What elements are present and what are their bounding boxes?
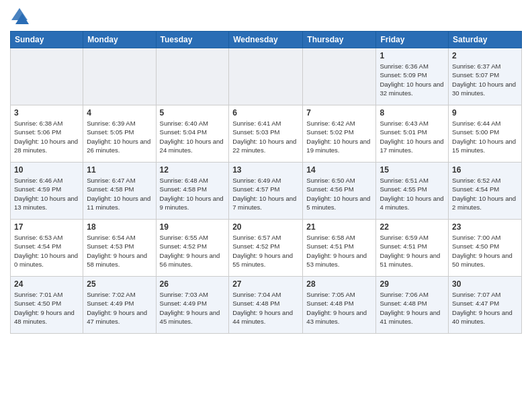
day-info: Sunrise: 7:07 AM Sunset: 4:47 PM Dayligh… xyxy=(452,290,518,326)
weekday-header-saturday: Saturday xyxy=(449,32,522,48)
calendar-day-cell: 9Sunrise: 6:44 AM Sunset: 5:00 PM Daylig… xyxy=(449,105,522,163)
calendar-day-cell: 17Sunrise: 6:53 AM Sunset: 4:54 PM Dayli… xyxy=(11,220,83,277)
day-number: 22 xyxy=(380,222,445,232)
day-info: Sunrise: 7:05 AM Sunset: 4:48 PM Dayligh… xyxy=(306,290,372,326)
day-number: 1 xyxy=(380,51,445,60)
calendar-day-cell: 14Sunrise: 6:50 AM Sunset: 4:56 PM Dayli… xyxy=(303,163,376,220)
day-number: 9 xyxy=(452,108,518,118)
day-number: 14 xyxy=(306,165,372,175)
weekday-header-monday: Monday xyxy=(83,32,156,48)
day-number: 17 xyxy=(14,222,79,232)
day-info: Sunrise: 6:47 AM Sunset: 4:58 PM Dayligh… xyxy=(87,176,152,212)
calendar-day-cell: 6Sunrise: 6:41 AM Sunset: 5:03 PM Daylig… xyxy=(229,105,303,163)
day-number: 16 xyxy=(452,165,518,175)
day-number: 7 xyxy=(306,108,372,118)
calendar-day-cell: 26Sunrise: 7:03 AM Sunset: 4:49 PM Dayli… xyxy=(156,277,229,334)
day-number: 24 xyxy=(14,279,79,289)
day-info: Sunrise: 7:03 AM Sunset: 4:49 PM Dayligh… xyxy=(160,290,226,326)
day-info: Sunrise: 6:37 AM Sunset: 5:07 PM Dayligh… xyxy=(452,62,518,97)
day-number: 4 xyxy=(87,108,152,118)
calendar-day-cell: 24Sunrise: 7:01 AM Sunset: 4:50 PM Dayli… xyxy=(11,277,83,334)
weekday-header-wednesday: Wednesday xyxy=(229,32,303,48)
day-info: Sunrise: 6:41 AM Sunset: 5:03 PM Dayligh… xyxy=(232,119,299,154)
day-number: 26 xyxy=(160,279,226,289)
day-info: Sunrise: 7:02 AM Sunset: 4:49 PM Dayligh… xyxy=(87,290,152,326)
day-info: Sunrise: 6:57 AM Sunset: 4:52 PM Dayligh… xyxy=(232,233,299,269)
day-info: Sunrise: 7:04 AM Sunset: 4:48 PM Dayligh… xyxy=(232,290,299,326)
calendar-day-cell: 5Sunrise: 6:40 AM Sunset: 5:04 PM Daylig… xyxy=(156,105,229,163)
day-number: 21 xyxy=(306,222,372,232)
day-info: Sunrise: 6:54 AM Sunset: 4:53 PM Dayligh… xyxy=(87,233,152,269)
calendar-day-cell: 12Sunrise: 6:48 AM Sunset: 4:58 PM Dayli… xyxy=(156,163,229,220)
calendar-day-cell: 29Sunrise: 7:06 AM Sunset: 4:48 PM Dayli… xyxy=(376,277,449,334)
logo-icon xyxy=(10,7,29,26)
calendar-day-cell: 7Sunrise: 6:42 AM Sunset: 5:02 PM Daylig… xyxy=(303,105,376,163)
calendar-week-row: 3Sunrise: 6:38 AM Sunset: 5:06 PM Daylig… xyxy=(11,105,522,163)
day-info: Sunrise: 6:58 AM Sunset: 4:51 PM Dayligh… xyxy=(306,233,372,269)
calendar-day-cell: 20Sunrise: 6:57 AM Sunset: 4:52 PM Dayli… xyxy=(229,220,303,277)
weekday-header-sunday: Sunday xyxy=(11,32,83,48)
calendar-empty-cell xyxy=(11,48,83,105)
calendar-day-cell: 11Sunrise: 6:47 AM Sunset: 4:58 PM Dayli… xyxy=(83,163,156,220)
day-info: Sunrise: 6:59 AM Sunset: 4:51 PM Dayligh… xyxy=(380,233,445,269)
day-info: Sunrise: 6:53 AM Sunset: 4:54 PM Dayligh… xyxy=(14,233,79,269)
weekday-header-tuesday: Tuesday xyxy=(156,32,229,48)
calendar-empty-cell xyxy=(83,48,156,105)
header xyxy=(10,7,522,26)
calendar-day-cell: 19Sunrise: 6:55 AM Sunset: 4:52 PM Dayli… xyxy=(156,220,229,277)
weekday-header-friday: Friday xyxy=(376,32,449,48)
weekday-header-thursday: Thursday xyxy=(303,32,376,48)
day-number: 10 xyxy=(14,165,79,175)
calendar-day-cell: 16Sunrise: 6:52 AM Sunset: 4:54 PM Dayli… xyxy=(449,163,522,220)
calendar-day-cell: 23Sunrise: 7:00 AM Sunset: 4:50 PM Dayli… xyxy=(449,220,522,277)
day-number: 15 xyxy=(380,165,445,175)
calendar-day-cell: 27Sunrise: 7:04 AM Sunset: 4:48 PM Dayli… xyxy=(229,277,303,334)
calendar-empty-cell xyxy=(229,48,303,105)
day-info: Sunrise: 6:43 AM Sunset: 5:01 PM Dayligh… xyxy=(380,119,445,154)
calendar-page: SundayMondayTuesdayWednesdayThursdayFrid… xyxy=(0,0,532,340)
calendar-week-row: 1Sunrise: 6:36 AM Sunset: 5:09 PM Daylig… xyxy=(11,48,522,105)
day-info: Sunrise: 6:44 AM Sunset: 5:00 PM Dayligh… xyxy=(452,119,518,154)
day-number: 11 xyxy=(87,165,152,175)
day-info: Sunrise: 6:49 AM Sunset: 4:57 PM Dayligh… xyxy=(232,176,299,212)
day-info: Sunrise: 6:52 AM Sunset: 4:54 PM Dayligh… xyxy=(452,176,518,212)
day-info: Sunrise: 7:01 AM Sunset: 4:50 PM Dayligh… xyxy=(14,290,79,326)
day-number: 29 xyxy=(380,279,445,289)
day-info: Sunrise: 7:00 AM Sunset: 4:50 PM Dayligh… xyxy=(452,233,518,269)
calendar-week-row: 10Sunrise: 6:46 AM Sunset: 4:59 PM Dayli… xyxy=(11,163,522,220)
day-number: 20 xyxy=(232,222,299,232)
day-number: 5 xyxy=(160,108,226,118)
calendar-empty-cell xyxy=(303,48,376,105)
calendar-week-row: 24Sunrise: 7:01 AM Sunset: 4:50 PM Dayli… xyxy=(11,277,522,334)
day-number: 25 xyxy=(87,279,152,289)
calendar-day-cell: 10Sunrise: 6:46 AM Sunset: 4:59 PM Dayli… xyxy=(11,163,83,220)
day-info: Sunrise: 7:06 AM Sunset: 4:48 PM Dayligh… xyxy=(380,290,445,326)
calendar-day-cell: 8Sunrise: 6:43 AM Sunset: 5:01 PM Daylig… xyxy=(376,105,449,163)
calendar-day-cell: 18Sunrise: 6:54 AM Sunset: 4:53 PM Dayli… xyxy=(83,220,156,277)
calendar-day-cell: 25Sunrise: 7:02 AM Sunset: 4:49 PM Dayli… xyxy=(83,277,156,334)
day-number: 2 xyxy=(452,51,518,60)
day-info: Sunrise: 6:51 AM Sunset: 4:55 PM Dayligh… xyxy=(380,176,445,212)
calendar-empty-cell xyxy=(156,48,229,105)
day-info: Sunrise: 6:39 AM Sunset: 5:05 PM Dayligh… xyxy=(87,119,152,154)
day-info: Sunrise: 6:55 AM Sunset: 4:52 PM Dayligh… xyxy=(160,233,226,269)
day-number: 3 xyxy=(14,108,79,118)
calendar-table: SundayMondayTuesdayWednesdayThursdayFrid… xyxy=(10,31,522,334)
day-number: 30 xyxy=(452,279,518,289)
day-number: 23 xyxy=(452,222,518,232)
day-info: Sunrise: 6:38 AM Sunset: 5:06 PM Dayligh… xyxy=(14,119,79,154)
day-number: 8 xyxy=(380,108,445,118)
day-number: 18 xyxy=(87,222,152,232)
calendar-week-row: 17Sunrise: 6:53 AM Sunset: 4:54 PM Dayli… xyxy=(11,220,522,277)
calendar-day-cell: 22Sunrise: 6:59 AM Sunset: 4:51 PM Dayli… xyxy=(376,220,449,277)
calendar-day-cell: 28Sunrise: 7:05 AM Sunset: 4:48 PM Dayli… xyxy=(303,277,376,334)
calendar-day-cell: 15Sunrise: 6:51 AM Sunset: 4:55 PM Dayli… xyxy=(376,163,449,220)
day-info: Sunrise: 6:40 AM Sunset: 5:04 PM Dayligh… xyxy=(160,119,226,154)
day-number: 27 xyxy=(232,279,299,289)
day-number: 19 xyxy=(160,222,226,232)
day-number: 12 xyxy=(160,165,226,175)
day-number: 6 xyxy=(232,108,299,118)
day-info: Sunrise: 6:50 AM Sunset: 4:56 PM Dayligh… xyxy=(306,176,372,212)
weekday-header-row: SundayMondayTuesdayWednesdayThursdayFrid… xyxy=(11,32,522,48)
calendar-day-cell: 4Sunrise: 6:39 AM Sunset: 5:05 PM Daylig… xyxy=(83,105,156,163)
